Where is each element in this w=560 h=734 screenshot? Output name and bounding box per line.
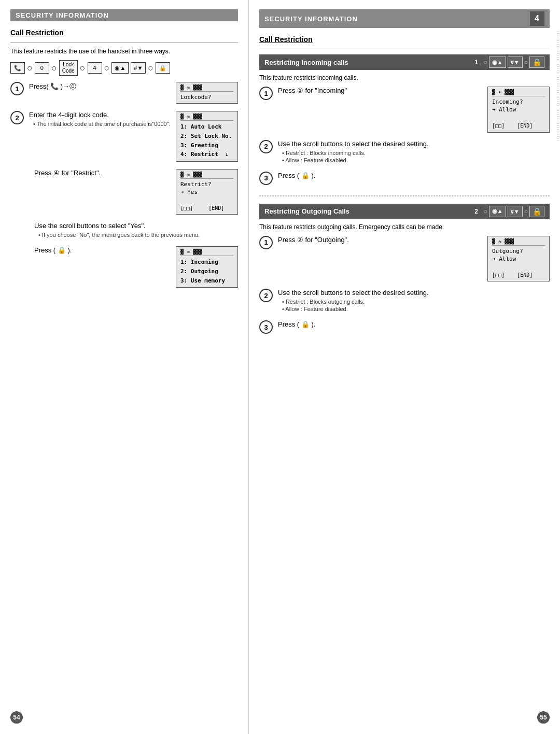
press-4-lcd: ▓ ≈ ▓▓▓ Restrict? ➔ Yes [□□] [END]	[176, 169, 238, 215]
lock-btn: 🔒	[156, 62, 170, 74]
scroll-step: Use the scroll buttons to select "Yes". …	[10, 222, 238, 239]
left-header: SECURITY INFORMATION	[10, 9, 238, 21]
incoming-step-1-lcd: ▓ ≈ ▓▓▓ Incoming? ➔ Allow [□□] [END]	[487, 87, 550, 133]
right-page-number: 55	[537, 711, 550, 724]
incoming-icon2: #▼	[508, 57, 523, 68]
right-header-text: SECURITY INFORMATION	[264, 15, 358, 23]
step-1-content: Press( 📞 )→⓪	[29, 82, 171, 93]
left-header-text: SECURITY INFORMATION	[16, 11, 109, 19]
outgoing-step-3-content: Press ( 🔒 ).	[278, 320, 550, 330]
outgoing-step-3: 3 Press ( 🔒 ).	[259, 320, 550, 334]
incoming-step-3-content: Press ( 🔒 ).	[278, 172, 550, 181]
incoming-step-2-sub: Restrict : Blocks incoming calls. Allow …	[282, 150, 550, 163]
button-row: 📞 ○ 0 ○ LockCode ○ 4 ○ ◉▲ #▼ ○ 🔒	[10, 60, 238, 76]
scroll-up-btn: ◉▲	[111, 62, 129, 74]
outgoing-step-3-circle: 3	[259, 320, 273, 334]
step-2-circle: 2	[10, 111, 24, 124]
outgoing-step-2-circle: 2	[259, 289, 273, 302]
step-1-lcd: ▓ ≈ ▓▓▓ Lockcode?	[176, 82, 238, 104]
step-1-main: Press( 📞 )→⓪	[29, 82, 171, 91]
incoming-step-1-content: Press ① for "Incoming"	[278, 87, 482, 96]
incoming-step-3-circle: 3	[259, 172, 273, 185]
left-section-title: Call Restriction	[10, 29, 238, 37]
incoming-desc: This feature restricts incoming calls.	[259, 74, 550, 81]
step-2-content: Enter the 4-digit lock code. The initial…	[29, 111, 171, 128]
left-page: SECURITY INFORMATION Call Restriction Th…	[0, 0, 249, 734]
zero-btn: 0	[35, 62, 49, 74]
press-4-step: Press ④ for "Restrict". ▓ ≈ ▓▓▓ Restrict…	[10, 169, 238, 215]
outgoing-step-2-content: Use the scroll buttons to select the des…	[278, 289, 550, 313]
incoming-step-2-content: Use the scroll buttons to select the des…	[278, 140, 550, 164]
outgoing-section-bar: Restricting Outgoing Calls 2 ○ ◉▲ #▼ ○ 🔒	[259, 204, 550, 219]
press-4-main: Press ④ for "Restrict".	[34, 169, 171, 177]
outgoing-icon1: ◉▲	[489, 206, 506, 217]
left-feature-desc: This feature restricts the use of the ha…	[10, 48, 238, 55]
right-section-title: Call Restriction	[259, 35, 550, 44]
left-page-number: 54	[10, 711, 23, 724]
outgoing-icon3: 🔒	[529, 206, 544, 217]
incoming-step-1-circle: 1	[259, 87, 273, 100]
incoming-title: Restricting incoming calls	[264, 59, 348, 66]
scroll-content: Use the scroll buttons to select "Yes". …	[34, 222, 238, 239]
incoming-step-2: 2 Use the scroll buttons to select the d…	[259, 140, 550, 164]
press-4-content: Press ④ for "Restrict".	[34, 169, 171, 179]
incoming-step-2-main: Use the scroll buttons to select the des…	[278, 140, 550, 148]
incoming-icon3: 🔒	[529, 57, 544, 68]
right-page: SECURITY INFORMATION 4 Call Restriction …	[249, 0, 560, 734]
incoming-section-bar: Restricting incoming calls 1 ○ ◉▲ #▼ ○ 🔒	[259, 54, 550, 70]
scroll-sub: If you choose "No", the menu goes back t…	[38, 232, 238, 238]
outgoing-step-3-main: Press ( 🔒 ).	[278, 320, 550, 328]
outgoing-step-2: 2 Use the scroll buttons to select the d…	[259, 289, 550, 313]
incoming-step-1: 1 Press ① for "Incoming" ▓ ≈ ▓▓▓ Incomin…	[259, 87, 550, 133]
step-1-circle: 1	[10, 82, 24, 95]
press-ok-lcd: ▓ ≈ ▓▓▓ 1: Incoming 2: Outgoing 3: Use m…	[176, 246, 238, 288]
phone-icon: 📞	[10, 62, 25, 74]
incoming-step-3: 3 Press ( 🔒 ).	[259, 172, 550, 185]
outgoing-step-1-lcd: ▓ ≈ ▓▓▓ Outgoing? ➔ Allow [□□] [END]	[487, 236, 550, 282]
outgoing-badge: 2	[471, 206, 482, 217]
four-btn: 4	[88, 62, 102, 74]
step-2: 2 Enter the 4-digit lock code. The initi…	[10, 111, 238, 161]
step-2-main: Enter the 4-digit lock code.	[29, 111, 171, 119]
hash-btn: #▼	[131, 62, 146, 74]
press-ok-content: Press ( 🔒 ).	[34, 246, 171, 256]
scroll-main: Use the scroll buttons to select "Yes".	[34, 222, 238, 230]
outgoing-icon2: #▼	[508, 206, 523, 217]
right-header: SECURITY INFORMATION 4	[259, 9, 550, 28]
incoming-icon1: ◉▲	[489, 57, 506, 68]
press-ok-main: Press ( 🔒 ).	[34, 246, 171, 254]
outgoing-step-1: 1 Press ② for "Outgoing". ▓ ≈ ▓▓▓ Outgoi…	[259, 236, 550, 282]
outgoing-step-2-sub: Restrict : Blocks outgoing calls. Allow …	[282, 299, 550, 312]
outgoing-step-1-circle: 1	[259, 236, 273, 249]
step-2-lcd: ▓ ≈ ▓▓▓ 1: Auto Lock 2: Set Lock No. 3: …	[176, 111, 238, 161]
step-1: 1 Press( 📞 )→⓪ ▓ ≈ ▓▓▓ Lockcode?	[10, 82, 238, 104]
outgoing-desc: This feature restricts outgoing calls. E…	[259, 223, 550, 231]
outgoing-step-1-main: Press ② for "Outgoing".	[278, 236, 482, 244]
outgoing-step-2-main: Use the scroll buttons to select the des…	[278, 289, 550, 297]
incoming-badge: 1	[471, 57, 482, 68]
incoming-step-2-circle: 2	[259, 140, 273, 153]
incoming-step-3-main: Press ( 🔒 ).	[278, 172, 550, 179]
lock-code-btn: LockCode	[59, 60, 78, 76]
press-ok-step: Press ( 🔒 ). ▓ ≈ ▓▓▓ 1: Incoming 2: Outg…	[10, 246, 238, 288]
right-page-badge: 4	[530, 11, 544, 26]
right-decoration: ||||||||||||||||||||||||||||||||||||||||…	[554, 31, 560, 734]
outgoing-step-1-content: Press ② for "Outgoing".	[278, 236, 482, 246]
incoming-step-1-main: Press ① for "Incoming"	[278, 87, 482, 94]
step-2-sub: The initial lock code at the time of pur…	[33, 121, 171, 127]
outgoing-title: Restricting Outgoing Calls	[264, 207, 349, 215]
